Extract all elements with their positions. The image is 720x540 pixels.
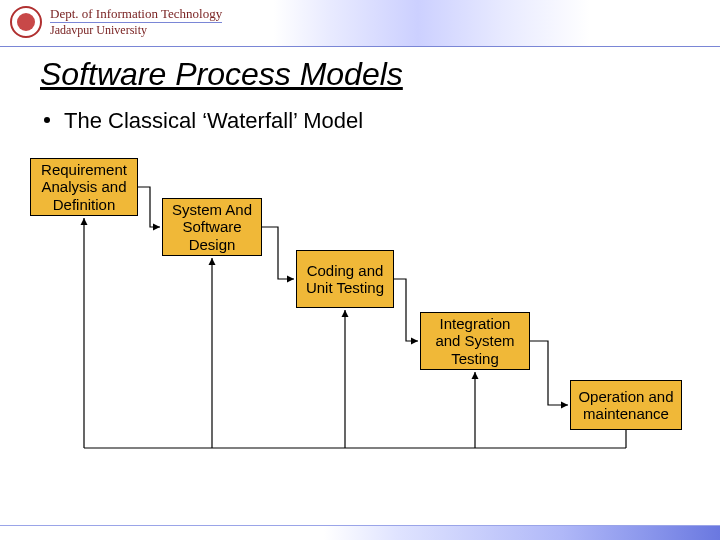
bullet-icon bbox=[44, 117, 50, 123]
box-design: System And Software Design bbox=[162, 198, 262, 256]
dept-line2: Jadavpur University bbox=[50, 23, 222, 38]
page-title: Software Process Models bbox=[40, 56, 403, 93]
arrow-req-design bbox=[138, 187, 160, 227]
dept-line1: Dept. of Information Technology bbox=[50, 6, 222, 23]
header-underline bbox=[0, 46, 720, 47]
arrow-integ-op bbox=[530, 341, 568, 405]
arrow-design-code bbox=[262, 227, 294, 279]
arrow-code-integ bbox=[394, 279, 418, 341]
dept-logo-icon bbox=[10, 6, 42, 38]
box-integration: Integration and System Testing bbox=[420, 312, 530, 370]
subtitle: The Classical ‘Waterfall’ Model bbox=[44, 108, 363, 134]
subtitle-text: The Classical ‘Waterfall’ Model bbox=[64, 108, 363, 133]
footer-band bbox=[0, 525, 720, 540]
box-coding: Coding and Unit Testing bbox=[296, 250, 394, 308]
box-requirements: Requirement Analysis and Definition bbox=[30, 158, 138, 216]
box-operation: Operation and maintenance bbox=[570, 380, 682, 430]
dept-text: Dept. of Information Technology Jadavpur… bbox=[50, 6, 222, 38]
